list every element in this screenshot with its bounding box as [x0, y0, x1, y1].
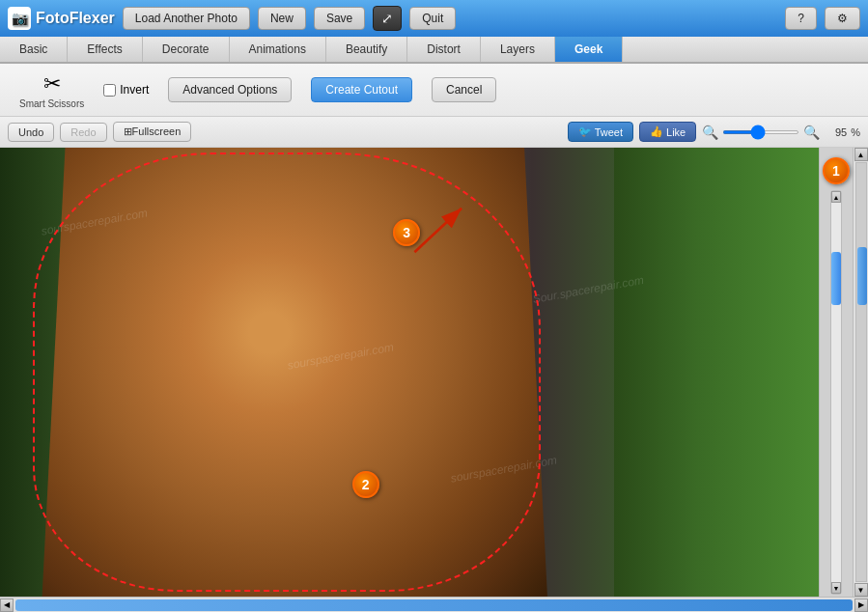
- tab-basic[interactable]: Basic: [0, 37, 68, 62]
- h-scroll-track[interactable]: [15, 599, 853, 611]
- invert-label[interactable]: Invert: [120, 83, 149, 97]
- tab-decorate[interactable]: Decorate: [143, 37, 230, 62]
- tab-effects[interactable]: Effects: [68, 37, 142, 62]
- like-label: Like: [666, 126, 686, 138]
- tool-bar: ✂ Smart Scissors Invert Advanced Options…: [0, 64, 868, 117]
- scroll-down-arrow[interactable]: ▼: [831, 582, 841, 594]
- scroll-up-arrow[interactable]: ▲: [831, 191, 841, 203]
- tab-animations[interactable]: Animations: [230, 37, 326, 62]
- logo: 📷 FotoFlexer: [8, 7, 115, 30]
- logo-text: FotoFlexer: [36, 10, 115, 27]
- bottom-scrollbar[interactable]: ◀ ▶: [0, 597, 868, 612]
- new-button[interactable]: New: [258, 7, 306, 30]
- tab-distort[interactable]: Distort: [407, 37, 481, 62]
- create-cutout-button[interactable]: Create Cutout: [311, 77, 412, 102]
- camera-icon: 📷: [12, 11, 28, 26]
- scissors-icon: ✂: [43, 71, 61, 97]
- scroll-thumb: [857, 247, 867, 305]
- tweet-label: Tweet: [595, 126, 623, 138]
- tab-bar: Basic Effects Decorate Animations Beauti…: [0, 37, 868, 64]
- logo-icon: 📷: [8, 7, 31, 30]
- tab-geek[interactable]: Geek: [555, 37, 623, 62]
- action-bar: Undo Redo ⊞Fullscreen 🐦 Tweet 👍 Like 🔍 🔍…: [0, 117, 868, 148]
- zoom-in-icon: 🔍: [803, 125, 820, 140]
- green-bg-layer: [614, 148, 819, 597]
- zoom-value: 95: [824, 126, 847, 138]
- advanced-options-button[interactable]: Advanced Options: [168, 77, 292, 102]
- main-area: sourspacerepair.com sourspacerepair.com …: [0, 148, 868, 597]
- top-bar: 📷 FotoFlexer Load Another Photo New Save…: [0, 0, 868, 37]
- side-panel: 1 ▲ ▼: [819, 148, 853, 597]
- invert-checkbox[interactable]: [103, 84, 116, 97]
- scroll-track[interactable]: [855, 162, 867, 582]
- badge-1: 1: [823, 157, 850, 184]
- redo-button[interactable]: Redo: [60, 123, 106, 142]
- help-button[interactable]: ?: [785, 7, 817, 30]
- tool-label: Smart Scissors: [19, 98, 84, 109]
- dog-layer: [41, 148, 548, 597]
- smart-scissors-tool[interactable]: ✂ Smart Scissors: [19, 71, 84, 109]
- scroll-down-button[interactable]: ▼: [854, 583, 868, 597]
- vertical-scrollbar[interactable]: ▲ ▼: [830, 190, 842, 595]
- scroll-left-button[interactable]: ◀: [0, 598, 14, 612]
- tweet-button[interactable]: 🐦 Tweet: [568, 122, 633, 142]
- scroll-thumb: [831, 252, 841, 305]
- save-button[interactable]: Save: [314, 7, 365, 30]
- scroll-up-button[interactable]: ▲: [854, 148, 868, 161]
- quit-button[interactable]: Quit: [409, 7, 456, 30]
- settings-button[interactable]: ⚙: [825, 7, 860, 30]
- external-link-icon[interactable]: ⤢: [373, 6, 402, 31]
- load-another-photo-button[interactable]: Load Another Photo: [123, 7, 250, 30]
- canvas-area[interactable]: sourspacerepair.com sourspacerepair.com …: [0, 148, 819, 597]
- like-button[interactable]: 👍 Like: [639, 122, 696, 142]
- cancel-button[interactable]: Cancel: [432, 77, 496, 102]
- zoom-area: 🔍 🔍 95 %: [702, 125, 860, 140]
- facebook-icon: 👍: [650, 125, 663, 138]
- zoom-slider[interactable]: [722, 130, 799, 134]
- twitter-icon: 🐦: [578, 125, 592, 138]
- scroll-right-button[interactable]: ▶: [854, 598, 868, 612]
- tab-beautify[interactable]: Beautify: [326, 37, 407, 62]
- fullscreen-button[interactable]: ⊞Fullscreen: [113, 122, 192, 142]
- zoom-out-icon: 🔍: [702, 125, 718, 140]
- tab-layers[interactable]: Layers: [481, 37, 555, 62]
- badge-2: 2: [352, 471, 379, 498]
- right-scrollbar[interactable]: ▲ ▼: [853, 148, 868, 597]
- zoom-percent-label: %: [851, 126, 860, 138]
- undo-button[interactable]: Undo: [8, 123, 54, 142]
- invert-option: Invert: [103, 83, 149, 97]
